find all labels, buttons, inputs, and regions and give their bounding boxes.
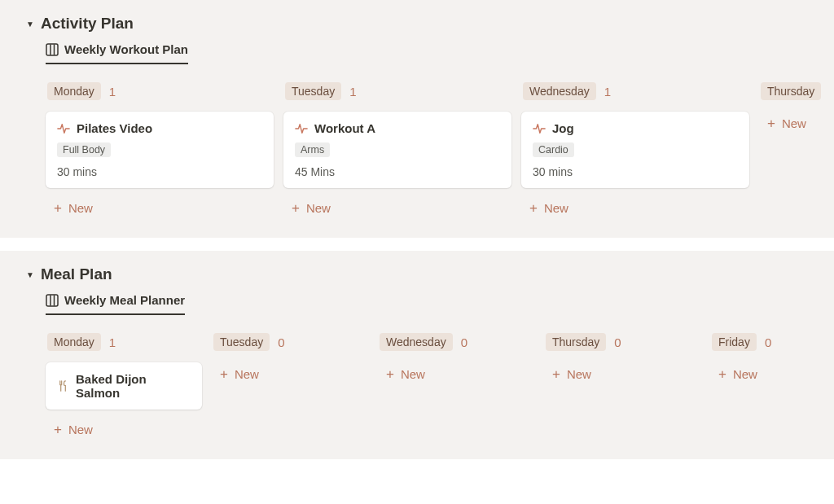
day-pill: Monday (47, 333, 101, 351)
plus-icon: + (386, 367, 394, 381)
activity-icon (57, 122, 70, 135)
meal-plan-section: ▼ Meal Plan Weekly Meal Planner Monday 1… (0, 251, 834, 459)
duration: 30 mins (57, 165, 262, 178)
board-column-thursday: Thursday 0 + New (544, 330, 700, 441)
column-count: 1 (349, 85, 356, 99)
new-label: New (401, 367, 425, 381)
tag-row: Arms (295, 142, 500, 157)
plus-icon: + (552, 367, 560, 381)
column-header[interactable]: Wednesday 1 (521, 79, 749, 103)
column-count: 1 (109, 335, 116, 349)
activity-icon (533, 122, 546, 135)
activity-plan-section: ▼ Activity Plan Weekly Workout Plan Mond… (0, 0, 834, 238)
tab-label: Weekly Meal Planner (64, 293, 185, 307)
body-tag: Arms (295, 142, 330, 157)
day-pill: Monday (47, 82, 101, 100)
column-count: 0 (614, 335, 621, 349)
board-column-thursday: Thursday + New (759, 79, 834, 220)
card-title: Jog (552, 121, 574, 135)
board-column-monday: Monday 1 Baked Dijon Salmon + New (46, 330, 202, 441)
new-label: New (68, 201, 93, 215)
section-title: Meal Plan (41, 265, 112, 283)
card-title: Baked Dijon Salmon (76, 372, 191, 400)
board-column-monday: Monday 1 Pilates Video Full Body 30 mins… (46, 79, 274, 220)
new-label: New (733, 367, 757, 381)
new-card-button[interactable]: + New (521, 196, 749, 220)
column-count: 1 (109, 85, 116, 99)
day-pill: Wednesday (523, 82, 596, 100)
section-header: ▼ Activity Plan (0, 15, 834, 33)
meal-card[interactable]: Baked Dijon Salmon (46, 362, 202, 410)
body-tag: Cardio (533, 142, 574, 157)
workout-card[interactable]: Jog Cardio 30 mins (521, 112, 749, 188)
new-label: New (306, 201, 331, 215)
view-tabs: Weekly Meal Planner (0, 293, 834, 315)
plus-icon: + (718, 367, 726, 381)
new-card-button[interactable]: + New (46, 418, 202, 441)
activity-board: Monday 1 Pilates Video Full Body 30 mins… (0, 79, 834, 220)
board-icon (46, 294, 59, 307)
activity-icon (295, 122, 308, 135)
column-header[interactable]: Thursday 0 (544, 330, 700, 354)
new-label: New (567, 367, 591, 381)
new-card-button[interactable]: + New (46, 196, 274, 220)
plus-icon: + (767, 116, 775, 130)
day-pill: Tuesday (213, 333, 270, 351)
plus-icon: + (220, 367, 228, 381)
tag-row: Cardio (533, 142, 738, 157)
column-header[interactable]: Monday 1 (46, 330, 202, 354)
plus-icon: + (292, 201, 300, 215)
day-pill: Thursday (546, 333, 606, 351)
tab-weekly-workout[interactable]: Weekly Workout Plan (46, 42, 188, 64)
toggle-icon[interactable]: ▼ (26, 20, 34, 28)
tab-weekly-meal[interactable]: Weekly Meal Planner (46, 293, 185, 315)
column-header[interactable]: Monday 1 (46, 79, 274, 103)
utensils-icon (57, 380, 69, 392)
board-column-tuesday: Tuesday 0 + New (212, 330, 368, 441)
new-label: New (235, 367, 259, 381)
view-tabs: Weekly Workout Plan (0, 42, 834, 64)
day-pill: Thursday (761, 82, 821, 100)
plus-icon: + (54, 423, 62, 436)
column-count: 1 (604, 85, 611, 99)
duration: 45 Mins (295, 165, 500, 178)
day-pill: Wednesday (380, 333, 453, 351)
day-pill: Friday (712, 333, 757, 351)
new-card-button[interactable]: + New (283, 196, 511, 220)
board-column-wednesday: Wednesday 1 Jog Cardio 30 mins + New (521, 79, 749, 220)
board-icon (46, 43, 59, 56)
board-column-friday: Friday 0 + New (710, 330, 824, 441)
new-card-button[interactable]: + New (378, 362, 534, 386)
card-title: Pilates Video (77, 121, 152, 135)
workout-card[interactable]: Workout A Arms 45 Mins (283, 112, 511, 188)
section-header: ▼ Meal Plan (0, 265, 834, 283)
new-card-button[interactable]: + New (710, 362, 824, 386)
column-header[interactable]: Tuesday 1 (283, 79, 511, 103)
body-tag: Full Body (57, 142, 111, 157)
column-header[interactable]: Wednesday 0 (378, 330, 534, 354)
column-count: 0 (461, 335, 467, 349)
new-card-button[interactable]: + New (759, 112, 834, 135)
new-label: New (782, 116, 806, 130)
tag-row: Full Body (57, 142, 262, 157)
toggle-icon[interactable]: ▼ (26, 270, 34, 279)
plus-icon: + (529, 201, 538, 215)
new-label: New (68, 423, 93, 436)
column-header[interactable]: Friday 0 (710, 330, 824, 354)
new-card-button[interactable]: + New (212, 362, 368, 386)
column-count: 0 (278, 335, 284, 349)
day-pill: Tuesday (285, 82, 341, 100)
column-count: 0 (765, 335, 771, 349)
tab-label: Weekly Workout Plan (64, 42, 188, 56)
card-title: Workout A (314, 121, 375, 135)
new-card-button[interactable]: + New (544, 362, 700, 386)
new-label: New (544, 201, 568, 215)
workout-card[interactable]: Pilates Video Full Body 30 mins (46, 112, 274, 188)
board-column-wednesday: Wednesday 0 + New (378, 330, 534, 441)
column-header[interactable]: Thursday (759, 79, 834, 103)
plus-icon: + (54, 201, 62, 215)
duration: 30 mins (533, 165, 738, 178)
meal-board: Monday 1 Baked Dijon Salmon + New Tuesda… (0, 330, 834, 441)
board-column-tuesday: Tuesday 1 Workout A Arms 45 Mins + New (283, 79, 511, 220)
column-header[interactable]: Tuesday 0 (212, 330, 368, 354)
